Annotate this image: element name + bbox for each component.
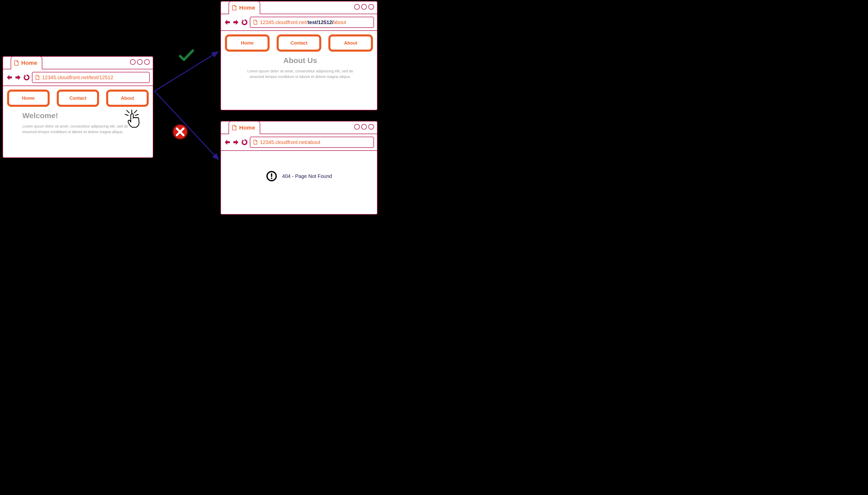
tab-home[interactable]: Home (229, 1, 260, 14)
window-control-min[interactable] (130, 59, 135, 65)
url-input[interactable]: 12345.cloudfront.net/about (250, 137, 374, 148)
page-icon (232, 125, 236, 131)
address-bar: 12345.cloudfront.net/about (221, 134, 377, 151)
nav-home-button[interactable]: Home (225, 34, 269, 52)
reload-icon[interactable] (23, 74, 30, 81)
page-icon (35, 75, 39, 80)
svg-rect-2 (271, 178, 272, 179)
forward-icon[interactable] (233, 139, 239, 146)
nav-about-button[interactable]: About (328, 34, 373, 52)
address-bar: 12345.cloudfront.net/test/12512 (3, 69, 153, 86)
url-text: 12345.cloudfront.net/about (260, 139, 320, 145)
window-control-min[interactable] (354, 124, 360, 130)
window-control-close[interactable] (144, 59, 150, 65)
page-icon (253, 140, 258, 145)
window-control-close[interactable] (369, 124, 374, 130)
tab-label: Home (239, 124, 255, 131)
url-input[interactable]: 12345.cloudfront.net/test/12512 (32, 72, 150, 83)
window-controls (354, 124, 374, 130)
tab-bar: Home (221, 1, 377, 14)
page-heading: Welcome! (22, 112, 136, 120)
window-control-max[interactable] (361, 4, 367, 10)
nav-contact-button[interactable]: Contact (277, 34, 321, 52)
window-control-max[interactable] (137, 59, 143, 65)
url-text: 12345.cloudfront.net/test/12512/about (260, 19, 346, 25)
tab-home[interactable]: Home (11, 56, 42, 69)
browser-window-source: Home 12345.cloudfront.net/test/12512 Hom… (2, 56, 153, 158)
svg-rect-1 (271, 173, 272, 177)
tab-home[interactable]: Home (229, 121, 260, 134)
page-heading: About Us (240, 56, 360, 65)
page-icon (253, 20, 258, 25)
page-content: 404 - Page Not Found (221, 151, 377, 202)
tab-label: Home (21, 60, 37, 66)
page-content: Home Contact About About Us Lorem ipsum … (221, 31, 377, 86)
tab-bar: Home (3, 57, 153, 69)
nav-home-button[interactable]: Home (7, 90, 50, 107)
page-body-text: Lorem ipsum dolor sit amet, consectetur … (22, 123, 136, 135)
forward-icon[interactable] (233, 19, 239, 25)
reload-icon[interactable] (241, 19, 248, 25)
window-control-max[interactable] (361, 124, 367, 130)
x-mark-icon (172, 124, 188, 140)
window-control-min[interactable] (354, 4, 360, 10)
nav-contact-button[interactable]: Contact (57, 90, 99, 107)
nav-about-button[interactable]: About (106, 90, 149, 107)
url-input[interactable]: 12345.cloudfront.net/test/12512/about (250, 17, 374, 28)
back-icon[interactable] (224, 19, 231, 25)
window-controls (130, 59, 150, 65)
page-icon (232, 5, 236, 11)
page-icon (14, 60, 19, 66)
back-icon[interactable] (224, 139, 231, 146)
error-text: 404 - Page Not Found (282, 173, 332, 179)
address-bar: 12345.cloudfront.net/test/12512/about (221, 14, 377, 31)
url-text: 12345.cloudfront.net/test/12512 (42, 75, 113, 81)
window-controls (354, 4, 374, 10)
page-content: Home Contact About Welcome! Lorem ipsum … (3, 86, 153, 141)
forward-icon[interactable] (15, 74, 21, 81)
tab-bar: Home (221, 121, 377, 134)
reload-icon[interactable] (241, 139, 248, 146)
warning-icon (266, 171, 277, 182)
window-control-close[interactable] (369, 4, 374, 10)
back-icon[interactable] (6, 74, 13, 81)
browser-window-failure: Home 12345.cloudfront.net/about 404 - Pa… (220, 121, 377, 215)
tab-label: Home (239, 4, 255, 11)
browser-window-success: Home 12345.cloudfront.net/test/12512/abo… (220, 1, 377, 110)
page-body-text: Lorem ipsum dolor sit amet, consectetur … (240, 68, 360, 80)
checkmark-icon (179, 49, 194, 62)
